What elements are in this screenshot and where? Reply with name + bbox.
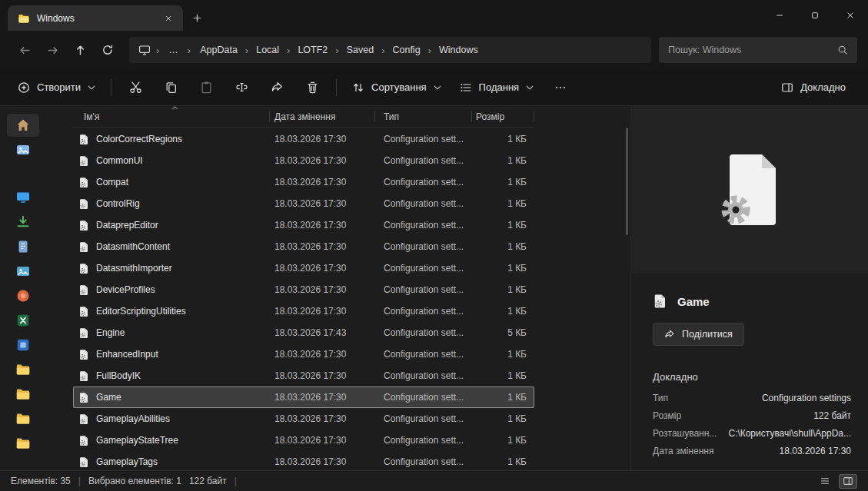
table-row[interactable]: GameplayAbilities 18.03.2026 17:30 Confi… bbox=[73, 408, 534, 430]
table-row[interactable]: ColorCorrectRegions 18.03.2026 17:30 Con… bbox=[73, 128, 534, 150]
column-header-size[interactable]: Розмір bbox=[476, 111, 504, 122]
close-button[interactable] bbox=[833, 0, 868, 31]
sidebar-app-green-icon[interactable] bbox=[7, 309, 39, 332]
sidebar-home-icon[interactable] bbox=[7, 114, 39, 137]
table-row[interactable]: ControlRig 18.03.2026 17:30 Configuratio… bbox=[73, 193, 534, 214]
sidebar-folder-icon[interactable] bbox=[7, 358, 39, 381]
table-row[interactable]: GameplayStateTree 18.03.2026 17:30 Confi… bbox=[73, 430, 534, 451]
search-box[interactable] bbox=[659, 37, 857, 63]
table-row[interactable]: FullBodyIK 18.03.2026 17:30 Configuratio… bbox=[73, 365, 534, 386]
share-button[interactable] bbox=[260, 74, 294, 101]
table-row[interactable]: DatasmithImporter 18.03.2026 17:30 Confi… bbox=[73, 257, 534, 279]
breadcrumb-item[interactable]: LOTF2 bbox=[291, 41, 334, 58]
rename-button[interactable] bbox=[224, 74, 258, 101]
column-divider[interactable] bbox=[471, 111, 472, 122]
sidebar-pictures-icon[interactable] bbox=[7, 260, 39, 283]
view-button[interactable]: Подання bbox=[451, 75, 543, 100]
column-header-type[interactable]: Тип bbox=[384, 111, 399, 122]
monitor-icon bbox=[138, 44, 151, 56]
minimize-button[interactable] bbox=[762, 0, 797, 31]
table-row[interactable]: DatasmithContent 18.03.2026 17:30 Config… bbox=[73, 236, 534, 257]
maximize-button[interactable] bbox=[797, 0, 833, 31]
explorer-tab[interactable]: Windows bbox=[8, 5, 183, 31]
sort-button[interactable]: Сортування bbox=[344, 75, 450, 100]
breadcrumb-item[interactable]: Saved bbox=[340, 41, 381, 58]
search-input[interactable] bbox=[668, 45, 837, 55]
vertical-scrollbar[interactable] bbox=[624, 106, 630, 470]
large-icons-view-icon[interactable] bbox=[839, 474, 857, 489]
table-row[interactable]: Game 18.03.2026 17:30 Configuration sett… bbox=[73, 386, 534, 408]
forward-button[interactable] bbox=[38, 37, 66, 63]
file-type: Configuration sett... bbox=[384, 150, 464, 171]
column-header-date[interactable]: Дата змінення bbox=[274, 111, 335, 122]
more-button[interactable] bbox=[544, 74, 577, 101]
preview-share-button[interactable]: Поділитися bbox=[653, 323, 744, 346]
table-row[interactable]: CommonUI 18.03.2026 17:30 Configuration … bbox=[73, 150, 534, 171]
paste-button[interactable] bbox=[189, 74, 223, 101]
table-row[interactable]: DataprepEditor 18.03.2026 17:30 Configur… bbox=[73, 214, 534, 236]
refresh-button[interactable] bbox=[94, 37, 121, 63]
titlebar: Windows bbox=[0, 0, 868, 31]
scrollbar-thumb[interactable] bbox=[626, 128, 628, 235]
file-date-modified: 18.03.2026 17:30 bbox=[274, 150, 346, 171]
file-size: 1 КБ bbox=[476, 128, 527, 150]
sidebar-app-blue-icon[interactable] bbox=[7, 333, 39, 357]
breadcrumb-item[interactable]: AppData bbox=[193, 41, 244, 58]
column-header-name[interactable]: Ім'я bbox=[84, 111, 99, 122]
breadcrumb-item[interactable]: Local bbox=[249, 41, 286, 58]
details-pane-button[interactable]: Докладно bbox=[773, 75, 854, 100]
sidebar-folder-icon[interactable] bbox=[7, 407, 39, 430]
table-row[interactable]: GameplayTags 18.03.2026 17:30 Configurat… bbox=[73, 451, 534, 470]
table-row[interactable]: Compat 18.03.2026 17:30 Configuration se… bbox=[73, 171, 534, 193]
config-file-icon bbox=[78, 386, 90, 408]
delete-button[interactable] bbox=[295, 74, 329, 101]
column-divider[interactable] bbox=[374, 111, 375, 122]
file-date-modified: 18.03.2026 17:30 bbox=[274, 365, 346, 386]
search-icon[interactable] bbox=[837, 45, 848, 55]
column-divider[interactable] bbox=[269, 111, 270, 122]
field-value: Configuration settings bbox=[762, 393, 851, 403]
up-button[interactable] bbox=[66, 37, 94, 63]
table-row[interactable]: DeviceProfiles 18.03.2026 17:30 Configur… bbox=[73, 279, 534, 300]
breadcrumb-item[interactable]: Config bbox=[385, 41, 427, 58]
toolbar-divider bbox=[336, 79, 337, 96]
selected-size: 122 байт bbox=[189, 476, 227, 486]
new-button[interactable]: Створити bbox=[9, 75, 104, 100]
folder-icon bbox=[18, 12, 30, 25]
sort-ascending-icon bbox=[171, 106, 178, 110]
sidebar-music-icon[interactable] bbox=[7, 284, 39, 307]
copy-button[interactable] bbox=[154, 74, 188, 101]
table-row[interactable]: EditorScriptingUtilities 18.03.2026 17:3… bbox=[73, 300, 534, 322]
view-button-label: Подання bbox=[479, 81, 520, 93]
file-name: EditorScriptingUtilities bbox=[96, 300, 186, 322]
field-value: 18.03.2026 17:30 bbox=[780, 446, 851, 456]
file-date-modified: 18.03.2026 17:30 bbox=[274, 386, 346, 408]
file-type: Configuration sett... bbox=[384, 257, 464, 279]
sidebar-desktop-icon[interactable] bbox=[7, 186, 39, 209]
tab-close-icon[interactable] bbox=[160, 10, 177, 27]
config-file-icon bbox=[78, 408, 90, 430]
file-name: DatasmithContent bbox=[96, 236, 170, 257]
table-row[interactable]: Engine 18.03.2026 17:43 Configuration se… bbox=[73, 322, 534, 343]
chevron-right-icon: › bbox=[334, 45, 339, 56]
address-bar[interactable]: › … › AppData›Local›LOTF2›Saved›Config›W… bbox=[129, 37, 651, 63]
breadcrumb-item[interactable]: Windows bbox=[432, 41, 485, 58]
new-tab-button[interactable] bbox=[183, 5, 211, 31]
file-date-modified: 18.03.2026 17:30 bbox=[274, 171, 346, 193]
sidebar-folder-icon[interactable] bbox=[7, 383, 39, 406]
sidebar-downloads-icon[interactable] bbox=[7, 211, 39, 234]
table-row[interactable]: EnhancedInput 18.03.2026 17:30 Configura… bbox=[73, 343, 534, 365]
preview-fields: Тип Configuration settings Розмір 122 ба… bbox=[653, 393, 851, 456]
sidebar-documents-icon[interactable] bbox=[7, 235, 39, 258]
details-view-icon[interactable] bbox=[816, 474, 834, 489]
column-divider[interactable] bbox=[534, 111, 534, 122]
file-type: Configuration sett... bbox=[384, 343, 464, 365]
sidebar-gallery-icon[interactable] bbox=[7, 138, 39, 161]
breadcrumb-ellipsis[interactable]: … bbox=[161, 41, 185, 58]
file-size: 1 КБ bbox=[476, 171, 527, 193]
list-header: Ім'я Дата змінення Тип Розмір bbox=[73, 106, 534, 128]
file-type: Configuration sett... bbox=[384, 365, 464, 386]
sidebar-folder-icon[interactable] bbox=[7, 432, 39, 455]
cut-button[interactable] bbox=[118, 74, 152, 101]
back-button[interactable] bbox=[11, 37, 38, 63]
